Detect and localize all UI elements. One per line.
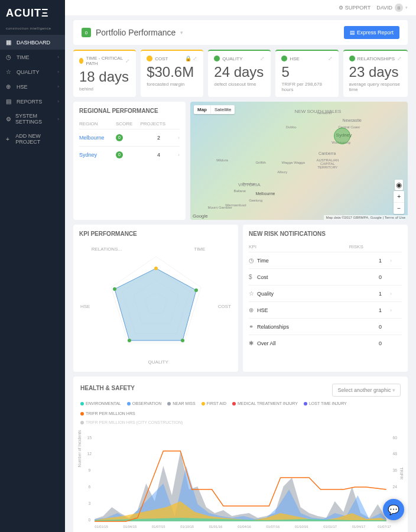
nav-quality[interactable]: ☆QUALITY› <box>0 64 65 79</box>
support-link[interactable]: ⚙ SUPPORT <box>339 5 370 11</box>
legend-dot <box>202 402 205 406</box>
svg-text:01/07/15: 01/07/15 <box>152 525 165 528</box>
legend-item[interactable]: NEAR MISS <box>167 401 196 406</box>
avatar: B <box>395 4 403 12</box>
page-header: 0 Portfolio Performance ▾ ▤ Express Repo… <box>73 20 408 45</box>
logo: ACUITΞ <box>0 0 65 27</box>
nav-icon: ☆ <box>6 69 13 75</box>
zoom-in-button[interactable]: + <box>394 191 404 203</box>
kpi-card[interactable]: TIME - CRITICAL PATH⤢18 daysbehind <box>73 50 136 97</box>
map-attribution: Map data ©2017 GBRMPA, Google | Terms of… <box>324 215 408 220</box>
kpi-value: 5 <box>281 64 332 80</box>
legend-item[interactable]: ENVIRONMENTAL <box>80 401 121 406</box>
graphic-select[interactable]: Select another graphic ▾ <box>332 384 401 397</box>
satellite-button[interactable]: Satellite <box>211 105 235 114</box>
legend-dot <box>127 402 131 406</box>
risk-icon: $ <box>249 269 257 286</box>
nav-dashboard[interactable]: ▦DASHBOARD <box>0 35 65 50</box>
chevron-right-icon: › <box>177 147 180 164</box>
legend-dot <box>232 402 236 406</box>
risk-row[interactable]: ⊕HSE1› <box>249 302 402 319</box>
nav-time[interactable]: ◷TIME› <box>0 50 65 64</box>
nav-hse[interactable]: ⊕HSE› <box>0 79 65 94</box>
svg-text:3: 3 <box>89 501 91 505</box>
svg-text:01/07/16: 01/07/16 <box>266 525 280 528</box>
nav-icon: + <box>6 136 12 142</box>
map-button[interactable]: Map <box>194 105 211 114</box>
user-menu[interactable]: DAVID B ▾ <box>376 4 408 12</box>
kpi-card[interactable]: RELATIONSHIPS⤢23 daysaverage query respo… <box>343 50 408 97</box>
status-dot <box>79 58 83 64</box>
legend-item[interactable]: MEDICAL TREATMENT INJURY <box>232 401 298 406</box>
legend-item[interactable]: TRIFR PER MILLION HRS <box>80 411 135 416</box>
nav-icon: ▤ <box>6 98 13 105</box>
chevron-right-icon: › <box>390 252 402 269</box>
map-label: Tamworth <box>316 111 332 115</box>
table-row[interactable]: Melbourne02› <box>79 129 180 147</box>
map-label: Newcastle <box>343 118 362 122</box>
map-pin-sydney[interactable] <box>334 128 350 144</box>
risk-row[interactable]: ☆Quality1› <box>249 286 402 302</box>
expand-icon[interactable]: ⤢ <box>260 56 265 61</box>
chevron-right-icon: › <box>57 116 59 122</box>
legend-item[interactable]: LOST TIME INJURY <box>304 401 347 406</box>
map-label: Bendigo <box>242 182 255 186</box>
nav-add-new-project[interactable]: +ADD NEW PROJECT <box>0 129 65 149</box>
legend-item[interactable]: OBSERVATION <box>127 401 161 406</box>
kpi-value: 24 days <box>214 64 265 80</box>
risk-row: ✱Over All0 <box>249 335 402 352</box>
logo-tagline: construction intelligence <box>0 27 65 35</box>
table-row[interactable]: Sydney04› <box>79 147 180 164</box>
legend-item[interactable]: FIRST AID <box>202 401 226 406</box>
svg-text:01/04/15: 01/04/15 <box>124 525 137 528</box>
svg-point-7 <box>181 339 184 342</box>
svg-text:48: 48 <box>392 452 397 456</box>
zoom-out-button[interactable]: − <box>394 203 404 214</box>
risk-icon: ◷ <box>249 252 257 269</box>
map-label: Geelong <box>249 199 262 202</box>
svg-text:6: 6 <box>89 485 91 489</box>
score-badge: 0 <box>116 134 123 141</box>
pegman-icon[interactable]: ◉ <box>395 180 403 190</box>
expand-icon[interactable]: ⤢ <box>125 58 130 64</box>
main: ⚙ SUPPORT DAVID B ▾ 0 Portfolio Performa… <box>65 0 416 532</box>
top-header: ⚙ SUPPORT DAVID B ▾ <box>65 0 416 15</box>
region-link[interactable]: Melbourne <box>79 129 116 147</box>
expand-icon[interactable]: ⤢ <box>397 56 402 61</box>
kpi-card[interactable]: COST🔒 ⤢$30.6Mforecasted margin <box>141 50 203 97</box>
map-label: AUSTRALIAN CAPITAL TERRITORY <box>310 158 345 169</box>
expand-icon[interactable]: ⤢ <box>328 56 333 61</box>
legend-dot <box>80 402 84 406</box>
express-report-button[interactable]: ▤ Express Report <box>344 26 399 39</box>
status-dot <box>147 56 152 61</box>
chevron-right-icon: › <box>177 129 180 147</box>
svg-text:01/04/17: 01/04/17 <box>352 525 366 528</box>
chevron-right-icon <box>390 319 402 335</box>
card-title: HEALTH & SAFETY <box>80 385 135 391</box>
region-link[interactable]: Sydney <box>79 147 116 164</box>
map-type-control[interactable]: Map Satellite <box>194 105 235 114</box>
svg-text:01/01/15: 01/01/15 <box>95 525 108 528</box>
legend-dot <box>304 402 307 406</box>
google-logo: Google <box>193 213 208 219</box>
nav-icon: ⚙ <box>6 116 12 122</box>
chat-fab[interactable]: 💬 <box>383 499 404 520</box>
lock-icon[interactable]: 🔒 ⤢ <box>185 56 198 61</box>
svg-text:01/01/17: 01/01/17 <box>323 525 337 528</box>
risk-row[interactable]: ◷Time1› <box>249 252 402 269</box>
nav-system-settings[interactable]: ⚙SYSTEM SETTINGS› <box>0 109 65 129</box>
chevron-right-icon <box>390 269 402 286</box>
map-zoom: + − <box>394 191 404 214</box>
risk-notifications-card: NEW RISK NOTIFICATIONS KPI RISKS ◷Time1›… <box>243 225 408 372</box>
risk-icon: ⚭ <box>249 319 257 335</box>
chevron-right-icon: › <box>57 84 59 89</box>
svg-marker-4 <box>115 268 196 340</box>
svg-text:01/10/15: 01/10/15 <box>180 525 194 528</box>
nav-reports[interactable]: ▤REPORTS› <box>0 94 65 109</box>
kpi-card[interactable]: HSE⤢5TRIFR per 298,678 hours <box>275 50 338 97</box>
kpi-subtitle: forecasted margin <box>147 82 197 87</box>
kpi-card[interactable]: QUALITY⤢24 daysdefect closeout time <box>208 50 271 97</box>
chevron-right-icon: › <box>390 302 402 319</box>
map[interactable]: Map Satellite NEW SOUTH WALES VICTORIA A… <box>190 102 408 220</box>
chevron-down-icon[interactable]: ▾ <box>180 30 183 35</box>
